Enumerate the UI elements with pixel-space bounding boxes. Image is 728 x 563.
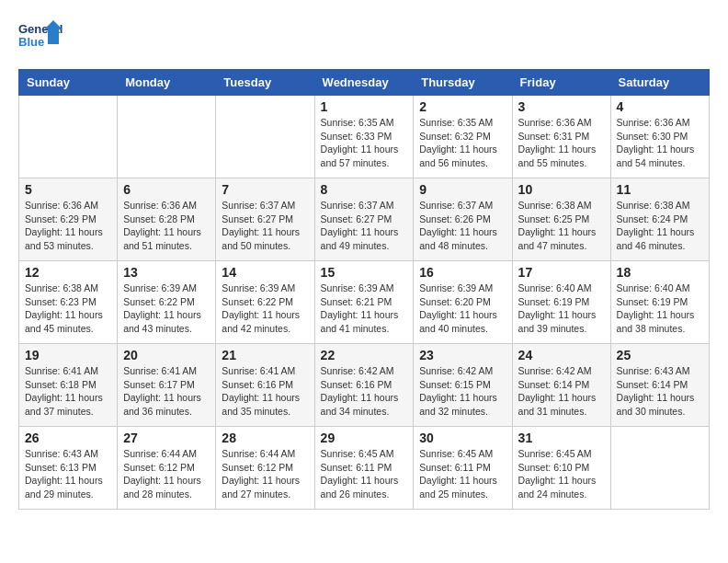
calendar-cell: 6 Sunrise: 6:36 AM Sunset: 6:28 PM Dayli… — [118, 178, 216, 261]
sunset-label: Sunset: 6:19 PM — [518, 296, 590, 307]
day-number: 19 — [25, 348, 111, 362]
calendar-cell: 25 Sunrise: 6:43 AM Sunset: 6:14 PM Dayl… — [610, 344, 709, 427]
day-number: 25 — [617, 348, 703, 362]
sunset-label: Sunset: 6:15 PM — [419, 379, 491, 390]
sunrise-label: Sunrise: 6:36 AM — [617, 117, 690, 128]
sunrise-label: Sunrise: 6:37 AM — [222, 200, 295, 211]
sunset-label: Sunset: 6:12 PM — [222, 462, 293, 473]
header: General Blue — [18, 18, 710, 60]
calendar-cell: 27 Sunrise: 6:44 AM Sunset: 6:12 PM Dayl… — [118, 427, 216, 510]
calendar-week-1: 1 Sunrise: 6:35 AM Sunset: 6:33 PM Dayli… — [19, 96, 710, 178]
daylight-label: Daylight: 11 hours and 28 minutes. — [123, 475, 201, 500]
calendar-cell: 1 Sunrise: 6:35 AM Sunset: 6:33 PM Dayli… — [314, 96, 414, 178]
day-info: Sunrise: 6:38 AM Sunset: 6:25 PM Dayligh… — [518, 199, 605, 253]
sunrise-label: Sunrise: 6:37 AM — [419, 200, 493, 211]
daylight-label: Daylight: 11 hours and 57 minutes. — [321, 144, 399, 168]
calendar-cell: 13 Sunrise: 6:39 AM Sunset: 6:22 PM Dayl… — [118, 261, 216, 344]
sunset-label: Sunset: 6:20 PM — [419, 296, 491, 307]
day-number: 6 — [123, 182, 210, 197]
calendar-body: 1 Sunrise: 6:35 AM Sunset: 6:33 PM Dayli… — [19, 96, 710, 510]
day-number: 20 — [123, 348, 210, 362]
sunrise-label: Sunrise: 6:41 AM — [25, 365, 98, 376]
sunset-label: Sunset: 6:25 PM — [518, 213, 590, 224]
day-number: 9 — [419, 182, 506, 197]
calendar-week-5: 26 Sunrise: 6:43 AM Sunset: 6:13 PM Dayl… — [19, 427, 710, 510]
daylight-label: Daylight: 11 hours and 30 minutes. — [617, 392, 695, 417]
sunrise-label: Sunrise: 6:39 AM — [321, 282, 394, 293]
sunset-label: Sunset: 6:12 PM — [123, 462, 195, 473]
day-info: Sunrise: 6:43 AM Sunset: 6:13 PM Dayligh… — [25, 447, 111, 501]
day-number: 10 — [518, 182, 605, 197]
sunrise-label: Sunrise: 6:45 AM — [321, 448, 394, 459]
sunrise-label: Sunrise: 6:40 AM — [518, 282, 592, 293]
day-info: Sunrise: 6:42 AM Sunset: 6:15 PM Dayligh… — [419, 364, 506, 419]
calendar-cell — [610, 427, 709, 510]
sunset-label: Sunset: 6:18 PM — [25, 379, 97, 390]
weekday-header-friday: Friday — [512, 70, 610, 96]
sunset-label: Sunset: 6:21 PM — [321, 296, 392, 307]
day-number: 15 — [321, 265, 408, 280]
day-info: Sunrise: 6:36 AM Sunset: 6:30 PM Dayligh… — [617, 116, 703, 170]
sunrise-label: Sunrise: 6:35 AM — [321, 117, 394, 128]
day-number: 8 — [321, 182, 408, 197]
day-number: 14 — [222, 265, 308, 280]
sunrise-label: Sunrise: 6:36 AM — [25, 200, 98, 211]
calendar-cell: 3 Sunrise: 6:36 AM Sunset: 6:31 PM Dayli… — [512, 96, 610, 178]
day-info: Sunrise: 6:36 AM Sunset: 6:28 PM Dayligh… — [123, 199, 210, 253]
daylight-label: Daylight: 11 hours and 53 minutes. — [25, 226, 103, 251]
sunrise-label: Sunrise: 6:36 AM — [123, 200, 197, 211]
calendar-cell: 11 Sunrise: 6:38 AM Sunset: 6:24 PM Dayl… — [610, 178, 709, 261]
sunset-label: Sunset: 6:30 PM — [617, 131, 688, 142]
daylight-label: Daylight: 11 hours and 41 minutes. — [321, 309, 399, 334]
day-number: 3 — [518, 99, 605, 114]
day-info: Sunrise: 6:39 AM Sunset: 6:22 PM Dayligh… — [123, 282, 210, 336]
sunset-label: Sunset: 6:27 PM — [321, 213, 392, 224]
weekday-header-tuesday: Tuesday — [216, 70, 314, 96]
sunrise-label: Sunrise: 6:42 AM — [518, 365, 592, 376]
sunset-label: Sunset: 6:16 PM — [222, 379, 293, 390]
sunrise-label: Sunrise: 6:38 AM — [617, 200, 690, 211]
daylight-label: Daylight: 11 hours and 49 minutes. — [321, 226, 399, 251]
day-info: Sunrise: 6:41 AM Sunset: 6:18 PM Dayligh… — [25, 364, 111, 419]
daylight-label: Daylight: 11 hours and 55 minutes. — [518, 144, 597, 168]
sunset-label: Sunset: 6:31 PM — [518, 131, 590, 142]
sunrise-label: Sunrise: 6:36 AM — [518, 117, 592, 128]
sunset-label: Sunset: 6:23 PM — [25, 296, 97, 307]
calendar-cell: 15 Sunrise: 6:39 AM Sunset: 6:21 PM Dayl… — [314, 261, 414, 344]
calendar-cell — [118, 96, 216, 178]
calendar-cell — [216, 96, 314, 178]
daylight-label: Daylight: 11 hours and 38 minutes. — [617, 309, 695, 334]
sunset-label: Sunset: 6:27 PM — [222, 213, 293, 224]
calendar-cell: 19 Sunrise: 6:41 AM Sunset: 6:18 PM Dayl… — [19, 344, 118, 427]
calendar-cell: 8 Sunrise: 6:37 AM Sunset: 6:27 PM Dayli… — [314, 178, 414, 261]
sunset-label: Sunset: 6:13 PM — [25, 462, 97, 473]
day-info: Sunrise: 6:39 AM Sunset: 6:22 PM Dayligh… — [222, 282, 308, 336]
sunset-label: Sunset: 6:14 PM — [617, 379, 688, 390]
calendar-cell: 20 Sunrise: 6:41 AM Sunset: 6:17 PM Dayl… — [118, 344, 216, 427]
daylight-label: Daylight: 11 hours and 43 minutes. — [123, 309, 201, 334]
day-info: Sunrise: 6:42 AM Sunset: 6:16 PM Dayligh… — [321, 364, 408, 419]
calendar-cell: 22 Sunrise: 6:42 AM Sunset: 6:16 PM Dayl… — [314, 344, 414, 427]
day-info: Sunrise: 6:45 AM Sunset: 6:10 PM Dayligh… — [518, 447, 605, 501]
sunrise-label: Sunrise: 6:41 AM — [123, 365, 197, 376]
day-number: 2 — [419, 99, 506, 114]
day-number: 27 — [123, 431, 210, 445]
sunset-label: Sunset: 6:29 PM — [25, 213, 97, 224]
daylight-label: Daylight: 11 hours and 36 minutes. — [123, 392, 201, 417]
daylight-label: Daylight: 11 hours and 39 minutes. — [518, 309, 597, 334]
day-number: 4 — [617, 99, 703, 114]
daylight-label: Daylight: 11 hours and 37 minutes. — [25, 392, 103, 417]
sunset-label: Sunset: 6:26 PM — [419, 213, 491, 224]
calendar-cell: 4 Sunrise: 6:36 AM Sunset: 6:30 PM Dayli… — [610, 96, 709, 178]
calendar-cell: 9 Sunrise: 6:37 AM Sunset: 6:26 PM Dayli… — [414, 178, 512, 261]
day-info: Sunrise: 6:42 AM Sunset: 6:14 PM Dayligh… — [518, 364, 605, 419]
day-info: Sunrise: 6:37 AM Sunset: 6:27 PM Dayligh… — [321, 199, 408, 253]
calendar-week-3: 12 Sunrise: 6:38 AM Sunset: 6:23 PM Dayl… — [19, 261, 710, 344]
day-number: 23 — [419, 348, 506, 362]
day-number: 26 — [25, 431, 111, 445]
daylight-label: Daylight: 11 hours and 46 minutes. — [617, 226, 695, 251]
weekday-header-saturday: Saturday — [610, 70, 709, 96]
daylight-label: Daylight: 11 hours and 27 minutes. — [222, 475, 300, 500]
calendar-cell: 30 Sunrise: 6:45 AM Sunset: 6:11 PM Dayl… — [414, 427, 512, 510]
daylight-label: Daylight: 11 hours and 45 minutes. — [25, 309, 103, 334]
